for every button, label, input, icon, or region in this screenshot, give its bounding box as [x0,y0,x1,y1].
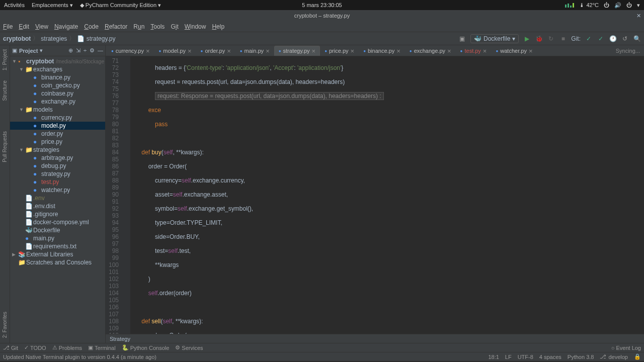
dropdown-icon[interactable]: ▾ [637,2,640,9]
tab[interactable]: ●binance.py× [359,46,405,56]
menu-git[interactable]: Git [171,23,178,30]
power-icon[interactable]: ⏻ [626,2,632,8]
tree-file[interactable]: ●coinbase.py [10,89,105,98]
tree-file[interactable]: ●exchange.py [10,98,105,106]
tree-folder-strategies[interactable]: ▼📁strategies [10,146,105,154]
gnome-clock[interactable]: 5 mars 23:30:05 [302,2,342,8]
lock-icon[interactable]: 🔒 [634,353,641,360]
menu-run[interactable]: Run [133,23,144,30]
debug-button[interactable]: 🐞 [535,35,543,43]
tree-file[interactable]: 📄docker-compose.yml [10,218,105,226]
tree-file[interactable]: ●arbitrage.py [10,154,105,162]
project-tool-tab[interactable]: 1: Project [2,49,8,70]
git-history-icon[interactable]: 🕐 [609,35,617,43]
code-content[interactable]: headers = {'Content-type': 'application/… [131,56,644,334]
temp-indicator[interactable]: 🌡 42°C [579,2,599,8]
python-console-tool[interactable]: 🐍 Python Console [122,344,170,351]
terminal-icon[interactable]: ▣ [458,35,466,43]
tree-root[interactable]: ▼▪cryptobot/media/niko/Stockage [10,57,105,65]
tree-scratches[interactable]: 📁Scratches and Consoles [10,258,105,266]
tree-file[interactable]: ●order.py [10,130,105,138]
collapse-all-icon[interactable]: ÷ [84,47,87,54]
tree-file[interactable]: 📄.env.dist [10,202,105,210]
search-icon[interactable]: 🔍 [633,35,641,43]
menu-tools[interactable]: Tools [150,23,165,30]
event-log-tool[interactable]: ○ Event Log [611,345,641,351]
tab[interactable]: ●exchange.py× [405,46,456,56]
tree-file[interactable]: ●strategy.py [10,170,105,178]
menu-view[interactable]: View [35,23,48,30]
tree-file[interactable]: 🐳Dockerfile [10,226,105,234]
code-breadcrumb[interactable]: Strategy [106,334,644,343]
favorites-tab[interactable]: 2: Favorites [2,312,8,338]
volume-icon[interactable]: 🔊 [614,2,621,9]
menu-code[interactable]: Code [84,23,99,30]
git-rollback-icon[interactable]: ↺ [621,35,629,43]
tab-active[interactable]: ●strategy.py× [274,46,320,56]
tree-file[interactable]: ●binance.py [10,73,105,81]
breadcrumb-file[interactable]: 📄 strategy.py [77,35,115,42]
chevron-down-icon[interactable]: ▾ [40,47,43,54]
file-encoding[interactable]: UTF-8 [518,353,533,360]
git-update-icon[interactable]: ✓ [585,35,593,43]
menu-window[interactable]: Window [185,23,206,30]
expand-all-icon[interactable]: ⇲ [76,47,80,54]
cursor-position[interactable]: 18:1 [488,353,499,360]
python-interpreter[interactable]: Python 3.8 [568,353,594,360]
menu-navigate[interactable]: Navigate [54,23,78,30]
menu-edit[interactable]: Edit [19,23,29,30]
gnome-places[interactable]: Emplacements ▾ [32,2,73,9]
gnome-activities[interactable]: Activités [4,2,25,9]
line-separator[interactable]: LF [505,353,512,360]
tab[interactable]: ●currency.py× [107,46,154,56]
hide-panel-icon[interactable]: — [98,47,103,54]
stop-button[interactable]: ■ [559,35,567,43]
tree-folder-exchanges[interactable]: ▼📁exchanges [10,65,105,73]
tab[interactable]: ●order.py× [196,46,235,56]
tree-file[interactable]: ●price.py [10,138,105,146]
git-commit-icon[interactable]: ✓ [597,35,605,43]
tree-file[interactable]: ●watcher.py [10,186,105,194]
tree-file[interactable]: ●debug.py [10,162,105,170]
network-icon[interactable]: ⏻ [604,2,609,8]
tree-file[interactable]: 📄.env [10,194,105,202]
run-config-selector[interactable]: 🐳 Dockerfile ▾ [470,34,519,43]
run-button[interactable]: ▶ [523,35,531,43]
todo-tool[interactable]: ✓ TODO [24,344,46,351]
tree-file-selected[interactable]: ●model.py [10,122,105,130]
sysmon-icon[interactable] [565,3,574,8]
tree-file[interactable]: ●main.py [10,234,105,242]
git-branch[interactable]: ⎇ develop [600,353,628,360]
tree-file[interactable]: ●currency.py [10,114,105,122]
tab[interactable]: ●main.py× [235,46,274,56]
tab[interactable]: ●watcher.py× [491,46,537,56]
tree-folder-models[interactable]: ▼📁models [10,106,105,114]
menu-help[interactable]: Help [212,23,224,30]
indent-setting[interactable]: 4 spaces [539,353,561,360]
tree-external-libraries[interactable]: ▶📚External Libraries [10,250,105,258]
menu-refactor[interactable]: Refactor [105,23,127,30]
tree-file[interactable]: 📄requirements.txt [10,242,105,250]
gnome-app[interactable]: ◆ PyCharm Community Edition ▾ [80,2,161,9]
close-window-icon[interactable]: ✕ [636,13,641,19]
tab[interactable]: ●price.py× [320,46,359,56]
problems-tool[interactable]: ⚠ Problems [52,344,82,351]
tree-file[interactable]: 📄.gitignore [10,210,105,218]
breadcrumb-root[interactable]: cryptobot [3,35,31,42]
fold-column[interactable] [125,56,131,334]
tab[interactable]: ●test.py× [456,46,492,56]
terminal-tool[interactable]: ▣ Terminal [88,344,116,351]
coverage-button[interactable]: ↻ [547,35,555,43]
services-tool[interactable]: ⚙ Services [175,344,203,351]
gear-icon[interactable]: ⚙ [90,47,95,54]
tab[interactable]: ●model.py× [154,46,196,56]
tree-file[interactable]: ●test.py [10,178,105,186]
pull-requests-tab[interactable]: Pull Requests [2,131,8,162]
git-tool[interactable]: ⎇ Git [3,344,18,351]
breadcrumb-folder[interactable]: strategies [41,35,67,42]
structure-tool-tab[interactable]: Structure [2,80,8,101]
code-editor[interactable]: 7172737475767778798081828384858687888990… [106,56,644,334]
tree-file[interactable]: ●coin_gecko.py [10,81,105,89]
menu-file[interactable]: File [3,23,13,30]
select-opened-file-icon[interactable]: ⊕ [68,47,73,54]
